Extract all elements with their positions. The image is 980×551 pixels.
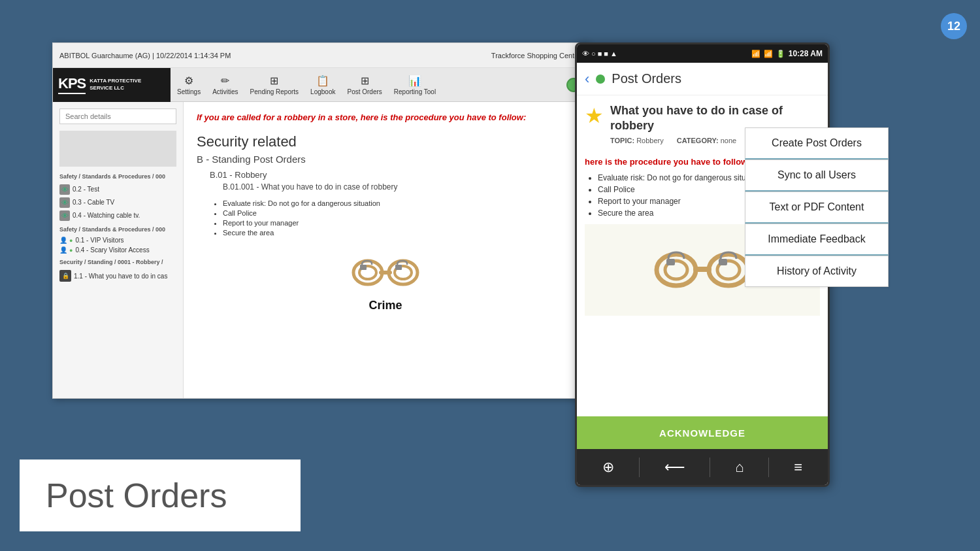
nav-divider-1 (639, 458, 640, 477)
logbook-label: Logbook (310, 88, 335, 95)
content-sub2: B.01 - Robbery (197, 170, 574, 180)
nav-home-button[interactable]: ⌂ (735, 459, 743, 476)
toolbar-pending-reports[interactable]: ⊞ Pending Reports (250, 75, 299, 95)
svg-point-3 (389, 261, 417, 284)
desktop-content-area: If you are called for a robbery in a sto… (184, 102, 587, 398)
sidebar-search-input[interactable] (59, 109, 176, 124)
kps-logo-text: KPS (58, 75, 86, 92)
nav-back-special-button[interactable]: ⊕ (602, 459, 614, 476)
desktop-screenshot: ABITBOL Guarchaume (AG) | 10/22/2014 1:1… (52, 42, 588, 399)
status-icon-triangle: ▲ (610, 50, 617, 58)
sidebar-item-vip-label: 0.1 - VIP Visitors (75, 237, 123, 244)
content-list: Evaluate risk: Do not go for a dangerous… (197, 199, 574, 237)
sidebar-item-vip[interactable]: 👤 ● 0.1 - VIP Visitors (59, 235, 176, 245)
person-icon: 👤 (59, 237, 67, 244)
scary-icons: 👤 ● (59, 246, 73, 254)
mobile-time: 10:28 AM (789, 49, 823, 58)
post-orders-icon: ⊞ (361, 75, 369, 87)
svg-point-7 (657, 254, 696, 286)
context-menu: Create Post Orders Sync to all Users Tex… (745, 127, 889, 287)
category-label: CATEGORY: (677, 137, 719, 144)
reporting-tool-icon: 📊 (408, 75, 421, 87)
toolbar-post-orders[interactable]: ⊞ Post Orders (347, 75, 382, 95)
toolbar-reporting-tool[interactable]: 📊 Reporting Tool (394, 75, 436, 95)
pending-reports-label: Pending Reports (250, 88, 299, 95)
check-icon: ● (69, 237, 73, 244)
acknowledge-button[interactable]: ACKNOWLEDGE (577, 416, 828, 449)
post-orders-label-box: Post Orders (20, 459, 301, 531)
mobile-header-title: Post Orders (612, 71, 681, 86)
sidebar-section-2: Safety / Standards & Procedures / 000 (59, 226, 176, 234)
mobile-back-button[interactable]: ‹ (585, 71, 589, 88)
crime-label: Crime (368, 299, 402, 312)
svg-point-10 (709, 254, 748, 286)
context-create-post-orders-button[interactable]: Create Post Orders (745, 127, 889, 159)
sidebar-item-watching-label: 0.4 - Watching cable tv. (73, 212, 140, 219)
context-sync-to-all-users-button[interactable]: Sync to all Users (745, 159, 889, 192)
svg-rect-12 (666, 259, 675, 265)
handcuffs-image (343, 246, 428, 299)
desktop-main-area: Safety / Standards & Procedures / 000 👁 … (53, 102, 587, 398)
person-icon-2: 👤 (59, 246, 67, 254)
status-icon-eye: 👁 (582, 50, 589, 58)
nav-divider-2 (710, 458, 710, 477)
content-heading: Security related (197, 133, 574, 150)
logbook-icon: 📋 (316, 75, 329, 87)
category-value: none (721, 137, 736, 144)
settings-icon: ⚙ (184, 75, 193, 87)
sidebar-item-cable-tv-label: 0.3 - Cable TV (73, 199, 114, 206)
sidebar-item-cable-tv[interactable]: 👁 0.3 - Cable TV (59, 196, 176, 209)
svg-point-0 (353, 261, 382, 284)
sidebar-section-3: Security / Standing / 0001 - Robbery / (59, 259, 176, 267)
mobile-star-icon: ★ (585, 103, 604, 151)
slide-number-badge: 12 (941, 13, 967, 39)
mobile-bottom-navigation: ⊕ ⟵ ⌂ ≡ (577, 449, 828, 485)
content-list-item-2: Report to your manager (223, 219, 574, 227)
context-text-or-pdf-button[interactable]: Text or PDF Content (745, 192, 889, 224)
desktop-sidebar: Safety / Standards & Procedures / 000 👁 … (53, 102, 184, 398)
desktop-toolbar: KPS KATTA PROTECTIVE SERVICE LLC ⚙ Setti… (53, 68, 587, 102)
toolbar-logbook[interactable]: 📋 Logbook (310, 75, 335, 95)
topic-value: Robbery (636, 137, 664, 144)
sidebar-item-robbery[interactable]: 🔒 1.1 - What you have to do in cas (59, 269, 176, 283)
sidebar-item-test[interactable]: 👁 0.2 - Test (59, 183, 176, 196)
eye-icon-3: 👁 (59, 210, 70, 221)
content-list-item-1: Call Police (223, 209, 574, 217)
nav-back-button[interactable]: ⟵ (664, 459, 685, 476)
svg-rect-6 (395, 265, 402, 270)
sidebar-item-watching[interactable]: 👁 0.4 - Watching cable tv. (59, 209, 176, 222)
kps-logo-underline (58, 93, 86, 94)
sidebar-preview-box (59, 131, 176, 167)
content-sub3: B.01.001 - What you have to do in case o… (197, 182, 574, 192)
mobile-battery: 🔋 (776, 50, 785, 58)
robbery-icon: 🔒 (59, 270, 71, 282)
mobile-online-dot (596, 75, 605, 84)
status-icon-square: ■ (598, 50, 602, 58)
eye-icon-1: 👁 (59, 184, 70, 195)
content-alert-text: If you are called for a robbery in a sto… (197, 112, 574, 124)
activities-icon: ✏ (221, 75, 229, 87)
context-history-of-activity-button[interactable]: History of Activity (745, 256, 889, 287)
svg-rect-13 (719, 259, 727, 265)
toolbar-activities[interactable]: ✏ Activities (212, 75, 238, 95)
vip-icons: 👤 ● (59, 237, 73, 244)
post-orders-nav-label: Post Orders (347, 88, 382, 95)
sidebar-item-scary-visitor[interactable]: 👤 ● 0.4 - Scary Visitor Access (59, 245, 176, 255)
mobile-signal-1: 📶 (751, 50, 760, 58)
content-subheading: B - Standing Post Orders (197, 154, 574, 165)
context-immediate-feedback-button[interactable]: Immediate Feedback (745, 224, 889, 256)
reporting-tool-label: Reporting Tool (394, 88, 436, 95)
mobile-handcuffs-svg (644, 234, 761, 306)
sidebar-item-test-label: 0.2 - Test (73, 186, 99, 193)
toolbar-items: ⚙ Settings ✏ Activities ⊞ Pending Report… (171, 75, 587, 95)
mobile-signal-2: 📶 (764, 50, 773, 58)
pending-reports-icon: ⊞ (270, 75, 278, 87)
sidebar-item-scary-label: 0.4 - Scary Visitor Access (75, 246, 149, 254)
check-icon-2: ● (69, 247, 73, 254)
nav-menu-button[interactable]: ≡ (794, 459, 802, 476)
post-orders-title: Post Orders (46, 476, 227, 515)
toolbar-settings[interactable]: ⚙ Settings (177, 75, 201, 95)
status-icon-circle: ○ (591, 50, 596, 58)
desktop-topbar: ABITBOL Guarchaume (AG) | 10/22/2014 1:1… (53, 43, 587, 68)
mobile-time-area: 📶 📶 🔋 10:28 AM (751, 49, 823, 58)
